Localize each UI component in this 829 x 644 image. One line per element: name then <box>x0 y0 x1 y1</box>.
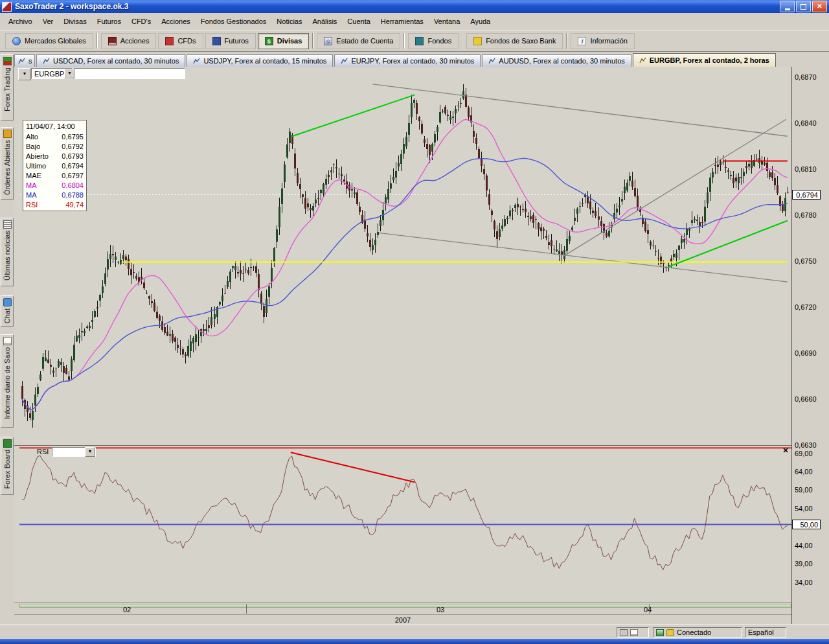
price-axis: 0,68700,68400,68100,67800,67500,67200,66… <box>795 0 828 603</box>
time-axis-label: 02 <box>123 606 131 614</box>
funds-icon <box>415 37 424 45</box>
menu-item-fondos-gestionados[interactable]: Fondos Gestionados <box>196 16 272 27</box>
menu-item-cuenta[interactable]: Cuenta <box>342 16 375 27</box>
toolbar-informacion-button[interactable]: Información <box>571 33 634 49</box>
forex-icon <box>265 37 273 45</box>
close-button[interactable] <box>812 1 827 12</box>
menu-item-archivo[interactable]: Archivo <box>3 16 38 27</box>
price-axis-label: 0,6810 <box>795 165 817 173</box>
tooltip-row-abierto: Abierto0,6793 <box>23 152 86 161</box>
toolbar-cfds-button[interactable]: CFDs <box>158 33 203 49</box>
menu-item-analisis[interactable]: Análisis <box>307 16 342 27</box>
futures-icon <box>212 37 221 45</box>
sidebar-item-forex-trading[interactable]: Forex Trading <box>1 54 14 121</box>
status-language-panel[interactable]: Español <box>745 627 786 638</box>
menu-item-ayuda[interactable]: Ayuda <box>465 16 495 27</box>
rsi-pane-divider <box>14 445 791 446</box>
sidebar-item-informe-diario[interactable]: Informe diario de Saxo <box>1 334 14 428</box>
tooltip-datetime: 11/04/07, 14:00 <box>23 121 86 132</box>
menu-item-noticias[interactable]: Noticias <box>271 16 307 27</box>
price-axis-label: 0,6690 <box>795 349 817 357</box>
lock-icon <box>666 629 674 636</box>
saxo-funds-icon <box>473 37 482 45</box>
toolbar-fondos-saxo-button[interactable]: Fondos de Saxo Bank <box>466 33 563 49</box>
toolbar-futuros-button[interactable]: Futuros <box>205 33 256 49</box>
chevron-down-icon[interactable] <box>85 447 95 457</box>
chart-line-icon <box>341 58 348 65</box>
time-scrollbar[interactable] <box>19 604 791 608</box>
connection-status: Conectado <box>677 628 711 636</box>
document-icon <box>630 629 638 636</box>
rsi-axis-label: 69,00 <box>795 450 813 457</box>
price-axis-label: 0,6630 <box>795 441 817 449</box>
time-axis-year: 2007 <box>395 616 411 624</box>
tab-usdjpy[interactable]: USDJPY, Forex al contado, 15 minutos <box>187 54 333 67</box>
tooltip-row-ma1: MA0,6804 <box>23 181 86 190</box>
menu-item-cfds[interactable]: CFD's <box>126 16 156 27</box>
restore-button[interactable] <box>796 1 811 12</box>
chart-tab-overflow[interactable]: s <box>14 54 35 67</box>
chart-line-icon <box>18 58 25 65</box>
tooltip-row-alto: Alto0,6795 <box>23 132 86 142</box>
status-connection-panel: Conectado <box>653 627 742 638</box>
title-bar: SaxoTrader 2 - workspace.ok.3 <box>0 0 829 13</box>
price-axis-label: 0,6780 <box>795 211 817 219</box>
toolbar-separator <box>462 33 463 49</box>
toolbar-separator <box>403 33 405 49</box>
language-label: Español <box>748 628 774 636</box>
menu-item-herramientas[interactable]: Herramientas <box>376 16 429 27</box>
sidebar-item-ultimas-noticias[interactable]: Últimas noticias <box>1 218 14 286</box>
info-icon <box>578 37 586 45</box>
toolbar-mercados-globales-button[interactable]: Mercados Globales <box>5 33 93 49</box>
chart-tab-strip: s USDCAD, Forex al contado, 30 minutos U… <box>0 52 829 67</box>
price-axis-label: 0,6870 <box>795 73 817 81</box>
main-chart-canvas[interactable] <box>19 76 791 444</box>
globe-icon <box>12 37 21 45</box>
rsi-settings-combo[interactable] <box>52 447 96 457</box>
main-toolbar: Mercados Globales Acciones CFDs Futuros … <box>0 30 829 52</box>
toolbar-separator <box>97 33 98 49</box>
cfd-icon <box>165 37 174 45</box>
rsi-axis-label: 54,00 <box>795 505 813 512</box>
rsi-chart-canvas[interactable] <box>19 446 791 601</box>
toolbar-estado-de-cuenta-button[interactable]: Estado de Cuenta <box>317 33 400 49</box>
minimize-button[interactable] <box>780 1 795 12</box>
tooltip-row-ma2: MA0,6788 <box>23 190 86 200</box>
menu-bar: Archivo Ver Divisas Futuros CFD's Accion… <box>0 13 829 30</box>
toolbar-acciones-button[interactable]: Acciones <box>101 33 157 49</box>
tab-audusd[interactable]: AUDUSD, Forex al contado, 30 minutos <box>482 54 631 67</box>
chart-line-icon <box>193 58 200 65</box>
sidebar-item-ordenes-abiertas[interactable]: Órdenes Abiertas <box>1 127 14 200</box>
stocks-icon <box>108 37 117 45</box>
chat-icon <box>3 298 12 306</box>
sidebar-item-chat[interactable]: Chat <box>1 295 14 327</box>
menu-item-futuros[interactable]: Futuros <box>92 16 126 27</box>
time-axis-label: 04 <box>644 606 652 614</box>
toolbar-separator <box>312 33 313 49</box>
rsi-level-badge: 50,00 <box>792 520 821 529</box>
app-icon <box>2 2 12 12</box>
ohlc-tooltip: 11/04/07, 14:00 Alto0,6795 Bajo0,6792 Ab… <box>23 120 87 211</box>
tab-usdcad[interactable]: USDCAD, Forex al contado, 30 minutos <box>36 54 185 67</box>
window-bottom-border <box>0 639 829 644</box>
menu-item-ventana[interactable]: Ventana <box>429 16 465 27</box>
toolbar-fondos-button[interactable]: Fondos <box>408 33 459 49</box>
account-icon <box>324 37 332 45</box>
forex-board-icon <box>3 439 12 448</box>
rsi-axis-label: 64,00 <box>795 468 813 476</box>
toolbar-separator <box>566 33 567 49</box>
rsi-close-icon[interactable] <box>781 446 790 455</box>
menu-item-acciones[interactable]: Acciones <box>156 16 196 27</box>
time-axis-tick <box>246 604 247 614</box>
time-axis-label: 03 <box>437 606 444 614</box>
menu-item-ver[interactable]: Ver <box>38 16 59 27</box>
tooltip-row-rsi: RSI49,74 <box>23 200 86 210</box>
tab-eurgbp-active[interactable]: EURGBP, Forex al contado, 2 horas <box>633 53 776 67</box>
chart-line-icon <box>639 57 646 64</box>
sidebar-item-forex-board[interactable]: Forex Board <box>1 437 14 495</box>
tab-eurjpy[interactable]: EURJPY, Forex al contado, 30 minutos <box>334 54 481 67</box>
toolbar-divisas-button[interactable]: Divisas <box>258 33 310 49</box>
rsi-axis: 69,0064,0059,0054,0044,0039,0034,00 <box>795 0 828 603</box>
menu-item-divisas[interactable]: Divisas <box>58 16 91 27</box>
price-axis-label: 0,6660 <box>795 395 817 403</box>
